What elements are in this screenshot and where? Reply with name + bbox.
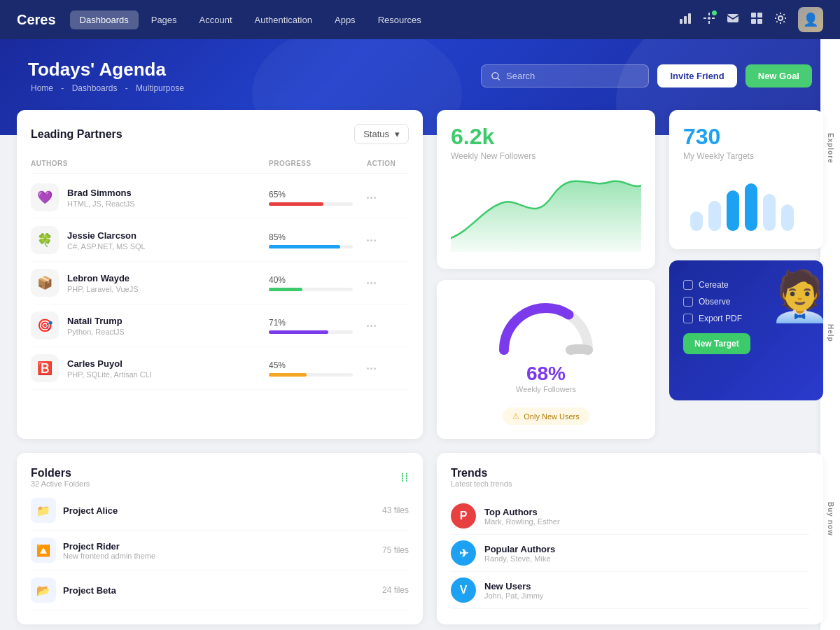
grid-icon[interactable] [750, 12, 763, 27]
folder-dots-menu[interactable]: ⁞⁞ [400, 470, 409, 485]
list-item: V New Users John, Pat, Jimmy [451, 572, 809, 609]
table-header: Authors Progress Action [31, 155, 409, 174]
progress-bar-track [269, 245, 353, 248]
svg-line-15 [498, 78, 500, 80]
avatar-image: 👤 [798, 7, 823, 32]
nav-links: Dashboards Pages Account Authentication … [70, 10, 679, 29]
trend-name: Popular Authors [484, 544, 555, 554]
table-row: 📦 Lebron Wayde PHP, Laravel, VueJS 40% [31, 262, 409, 304]
trend-avatar: V [451, 578, 476, 603]
progress-bar-track [269, 330, 353, 334]
targets-count: 730 [683, 124, 809, 150]
gauge-svg [490, 294, 602, 357]
svg-rect-8 [727, 14, 738, 22]
table-row: 🅱️ Carles Puyol PHP, SQLite, Artisan CLI… [31, 347, 409, 390]
trends-list: P Top Authors Mark, Rowling, Esther ✈ Po… [451, 498, 809, 609]
observe-checkbox[interactable] [683, 297, 693, 307]
nav-pages[interactable]: Pages [141, 10, 187, 29]
partner-name: Brad Simmons [67, 188, 135, 198]
leading-partners-card: Leading Partners Status ▾ Authors Progre… [17, 110, 423, 439]
partner-info: 🎯 Natali Trump Python, ReactJS [31, 312, 269, 340]
action-menu[interactable] [367, 197, 409, 199]
trend-sub: Randy, Steve, Mike [484, 554, 555, 563]
action-menu[interactable] [367, 368, 409, 370]
gauge-percent: 68% [451, 363, 641, 385]
progress-bar-track [269, 202, 353, 206]
status-dropdown[interactable]: Status ▾ [354, 124, 409, 144]
partner-info: 📦 Lebron Wayde PHP, Laravel, VueJS [31, 269, 269, 297]
nav-icons: 👤 [679, 7, 823, 32]
folder-icon: 🔼 [31, 538, 56, 563]
progress-col: 40% [269, 275, 367, 291]
create-checkbox[interactable] [683, 280, 693, 290]
message-icon[interactable] [727, 12, 739, 27]
partner-name: Natali Trump [67, 316, 125, 326]
svg-rect-10 [757, 13, 762, 18]
folder-name: Project Beta [63, 585, 116, 596]
targets-bar-chart [683, 169, 809, 235]
folders-list: 📁 Project Alice 43 files 🔼 Project Rider… [31, 491, 409, 610]
action-menu[interactable] [367, 239, 409, 241]
sparkle-icon[interactable] [703, 12, 715, 27]
breadcrumb-dashboards[interactable]: Dashboards [72, 83, 118, 93]
followers-label: Weekly New Followers [451, 151, 641, 161]
followers-chart [451, 168, 641, 255]
bar-chart-icon[interactable] [679, 12, 692, 27]
folder-icon: 📂 [31, 578, 56, 603]
partner-avatar: 🍀 [31, 226, 59, 254]
partner-skills: HTML, JS, ReactJS [67, 200, 135, 208]
gauge-card: 68% Weekly Followers ⚠ Only New Users [437, 280, 655, 439]
action-menu[interactable] [367, 325, 409, 327]
right-column: 730 My Weekly Targets [669, 110, 823, 439]
invite-friend-button[interactable]: Invite Friend [657, 64, 736, 88]
col-authors: Authors [31, 160, 269, 167]
progress-bar-fill [269, 245, 340, 248]
followers-card: 6.2k Weekly New Followers [437, 110, 655, 269]
table-row: 🎯 Natali Trump Python, ReactJS 71% [31, 304, 409, 347]
table-row: 💜 Brad Simmons HTML, JS, ReactJS 65% [31, 176, 409, 219]
action-menu[interactable] [367, 282, 409, 284]
folder-desc: New frontend admin theme [63, 552, 155, 560]
col-progress: Progress [269, 160, 367, 167]
nav-account[interactable]: Account [190, 10, 242, 29]
trend-avatar: ✈ [451, 540, 476, 566]
trend-name: New Users [484, 581, 543, 592]
card-header: Leading Partners Status ▾ [31, 124, 409, 144]
trend-sub: John, Pat, Jimmy [484, 592, 543, 600]
svg-rect-1 [684, 16, 687, 24]
breadcrumb: Home - Dashboards - Multipurpose [28, 83, 187, 93]
progress-bar-track [269, 288, 353, 291]
search-input[interactable] [506, 71, 638, 81]
breadcrumb-home[interactable]: Home [31, 83, 53, 93]
chevron-down-icon: ▾ [395, 129, 400, 139]
nav-authentication[interactable]: Authentication [245, 10, 322, 29]
brand-logo[interactable]: Ceres [17, 12, 56, 28]
svg-point-13 [778, 16, 783, 20]
partner-name: Jessie Clarcson [67, 230, 146, 241]
progress-col: 71% [269, 318, 367, 334]
page-heading: Todays' Agenda Home - Dashboards - Multi… [28, 59, 187, 93]
nav-apps[interactable]: Apps [325, 10, 365, 29]
export-checkbox[interactable] [683, 314, 693, 323]
trend-sub: Mark, Rowling, Esther [484, 517, 560, 526]
nav-resources[interactable]: Resources [368, 10, 431, 29]
svg-rect-0 [680, 19, 682, 24]
bottom-grid: Folders 32 Active Folders ⁞⁞ 📁 Project A… [17, 453, 823, 624]
list-item: 📁 Project Alice 43 files [31, 491, 409, 531]
new-goal-button[interactable]: New Goal [746, 64, 812, 88]
trend-name: Top Authors [484, 507, 560, 517]
user-avatar[interactable]: 👤 [798, 7, 823, 32]
nav-dashboards[interactable]: Dashboards [70, 10, 139, 29]
progress-percent: 85% [269, 232, 367, 242]
breadcrumb-multipurpose[interactable]: Multipurpose [136, 83, 184, 93]
svg-rect-19 [745, 183, 757, 231]
new-target-button[interactable]: New Target [683, 333, 750, 354]
list-item: 🔼 Project Rider New frontend admin theme… [31, 531, 409, 570]
settings-icon[interactable] [774, 12, 787, 27]
svg-rect-17 [708, 201, 721, 231]
folder-files: 43 files [382, 505, 409, 515]
search-bar[interactable] [481, 64, 649, 88]
svg-rect-18 [727, 190, 739, 231]
progress-bar-fill [269, 373, 307, 377]
page-title: Todays' Agenda [28, 59, 187, 80]
